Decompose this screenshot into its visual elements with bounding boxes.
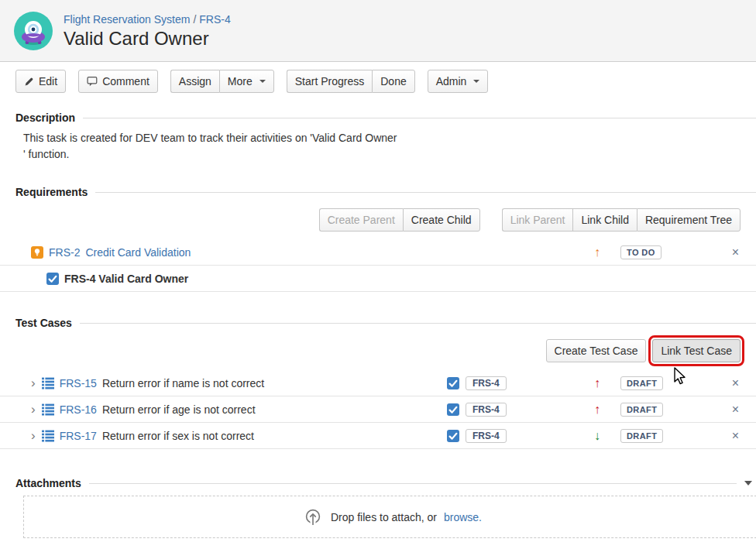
linked-checkbox-icon[interactable] — [447, 403, 459, 416]
link-requirement-group: Link Parent Link Child Requirement Tree — [502, 208, 741, 232]
expander-chevron-icon[interactable]: › — [31, 431, 36, 441]
start-progress-label: Start Progress — [295, 75, 364, 87]
test-case-icon — [42, 377, 54, 389]
requirement-tree-button[interactable]: Requirement Tree — [637, 208, 741, 232]
expander-chevron-icon[interactable]: › — [31, 404, 36, 415]
divider — [89, 483, 737, 484]
requirement-key-link[interactable]: FRS-2 — [49, 246, 80, 259]
test-case-row: › FRS-16 Return error if age is not corr… — [0, 396, 756, 423]
requirement-title: Credit Card Validation — [85, 246, 191, 259]
description-line: This task is created for DEV team to tra… — [23, 130, 756, 146]
priority-up-icon: ↑ — [574, 245, 620, 259]
divider — [95, 192, 756, 193]
more-menu-button[interactable]: More — [219, 70, 274, 93]
close-icon[interactable]: × — [710, 376, 756, 390]
status-badge: DRAFT — [620, 429, 663, 443]
test-case-key-link[interactable]: FRS-17 — [60, 430, 97, 442]
start-progress-button[interactable]: Start Progress — [287, 70, 372, 93]
dropzone-text: Drop files to attach, or — [331, 511, 437, 523]
breadcrumb-issue-link[interactable]: FRS-4 — [199, 13, 230, 26]
requirements-action-bar: Create Parent Create Child Link Parent L… — [0, 208, 756, 232]
test-case-icon — [42, 403, 54, 416]
page-title: Valid Card Owner — [64, 29, 231, 49]
done-button-label: Done — [380, 75, 406, 87]
link-test-case-label: Link Test Case — [661, 345, 732, 357]
story-icon — [31, 246, 43, 259]
breadcrumb-separator: / — [193, 13, 196, 26]
close-icon[interactable]: × — [710, 403, 756, 417]
breadcrumb: Flight Reservation System/FRS-4 — [64, 13, 231, 26]
status-badge: DRAFT — [620, 403, 663, 417]
test-case-key-link[interactable]: FRS-16 — [60, 403, 97, 416]
test-cases-action-bar: Create Test Case Link Test Case — [0, 339, 756, 362]
description-line: ' function. — [23, 146, 756, 163]
more-button-label: More — [228, 75, 253, 87]
description-text: This task is created for DEV team to tra… — [23, 130, 756, 163]
linked-requirement-badge: FRS-4 — [466, 403, 507, 417]
status-badge: TO DO — [620, 245, 662, 259]
linked-requirement-badge: FRS-4 — [466, 429, 507, 443]
comment-button[interactable]: Comment — [78, 70, 158, 93]
link-test-case-button[interactable]: Link Test Case — [652, 339, 741, 362]
create-test-case-label: Create Test Case — [555, 345, 638, 357]
create-child-button[interactable]: Create Child — [403, 208, 480, 232]
comment-bubble-icon — [87, 76, 98, 87]
test-case-list: › FRS-15 Return error if name is not cor… — [0, 370, 756, 449]
link-parent-button: Link Parent — [502, 208, 573, 232]
create-parent-button: Create Parent — [319, 208, 403, 232]
create-parent-label: Create Parent — [328, 214, 395, 226]
divider — [80, 323, 756, 324]
link-parent-label: Link Parent — [510, 214, 565, 226]
priority-up-icon: ↑ — [574, 376, 620, 390]
test-case-row: › FRS-15 Return error if name is not cor… — [0, 370, 756, 396]
link-child-button[interactable]: Link Child — [572, 208, 636, 232]
current-issue-label: FRS-4 Valid Card Owner — [64, 273, 188, 285]
linked-checkbox-icon[interactable] — [447, 377, 459, 389]
test-case-row: › FRS-17 Return error if sex is not corr… — [0, 423, 756, 449]
test-case-icon — [42, 430, 54, 442]
chevron-down-icon — [259, 80, 266, 83]
done-button[interactable]: Done — [372, 70, 414, 93]
pencil-icon — [24, 77, 34, 87]
test-case-title: Return error if sex is not correct — [102, 430, 254, 442]
create-test-case-button[interactable]: Create Test Case — [546, 339, 647, 362]
close-icon[interactable]: × — [710, 429, 756, 443]
issue-toolbar: Edit Comment Assign More Start Progress … — [15, 70, 756, 93]
priority-up-icon: ↑ — [574, 403, 620, 417]
attachments-heading-label: Attachments — [15, 477, 81, 489]
attachments-menu-caret-icon[interactable] — [744, 481, 752, 486]
breadcrumb-project-link[interactable]: Flight Reservation System — [64, 13, 190, 26]
edit-button[interactable]: Edit — [15, 70, 66, 93]
comment-button-label: Comment — [102, 75, 149, 87]
expander-chevron-icon[interactable]: › — [31, 378, 36, 389]
assign-button[interactable]: Assign — [170, 70, 219, 93]
attachment-dropzone[interactable]: Drop files to attach, or browse. — [23, 496, 756, 538]
requirements-heading-label: Requirements — [15, 186, 88, 198]
status-badge: DRAFT — [620, 376, 663, 390]
assign-button-label: Assign — [179, 75, 211, 87]
test-case-title: Return error if name is not correct — [102, 377, 264, 389]
requirement-tree-label: Requirement Tree — [645, 214, 732, 226]
description-section-heading: Description — [15, 112, 756, 124]
admin-menu-button[interactable]: Admin — [428, 70, 489, 93]
upload-cloud-icon — [302, 509, 324, 526]
create-requirement-group: Create Parent Create Child — [319, 208, 480, 232]
close-icon[interactable]: × — [710, 245, 756, 259]
issue-page: Flight Reservation System/FRS-4 Valid Ca… — [0, 0, 756, 549]
admin-button-label: Admin — [436, 75, 467, 87]
requirements-section-heading: Requirements — [15, 186, 756, 198]
chevron-down-icon — [473, 80, 479, 83]
assign-button-group: Assign More — [170, 70, 274, 93]
page-header: Flight Reservation System/FRS-4 Valid Ca… — [0, 0, 756, 62]
requirement-row-current: FRS-4 Valid Card Owner — [0, 266, 756, 292]
test-cases-heading-label: Test Cases — [15, 317, 72, 329]
linked-checkbox-icon[interactable] — [447, 430, 459, 442]
task-icon — [46, 273, 59, 285]
requirements-list: FRS-2 Credit Card Validation ↑ TO DO × F… — [0, 239, 756, 292]
test-case-key-link[interactable]: FRS-15 — [60, 377, 97, 389]
test-cases-section-heading: Test Cases — [15, 317, 756, 329]
browse-link[interactable]: browse. — [444, 511, 482, 523]
description-heading-label: Description — [15, 112, 75, 124]
priority-down-icon: ↓ — [574, 429, 620, 443]
link-child-label: Link Child — [581, 214, 628, 226]
